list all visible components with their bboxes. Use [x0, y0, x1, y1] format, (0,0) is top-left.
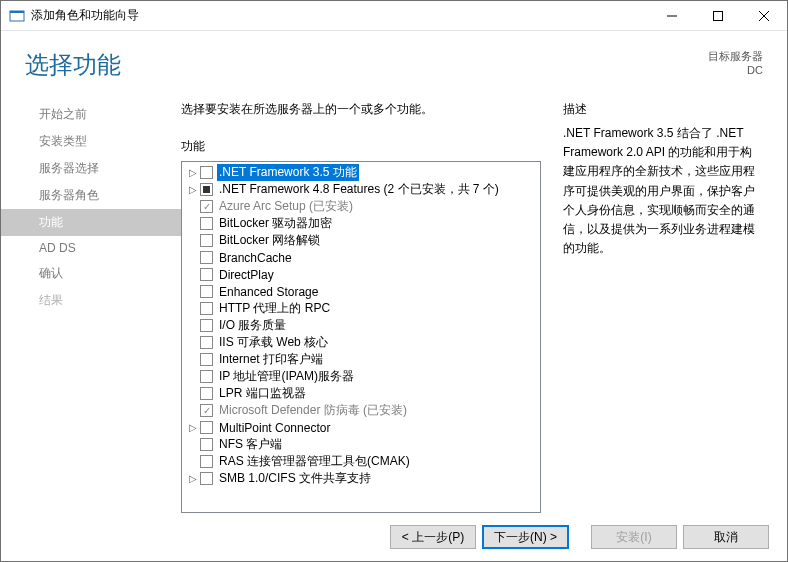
nav-item[interactable]: 服务器角色 — [1, 182, 181, 209]
wizard-nav: 开始之前安装类型服务器选择服务器角色功能AD DS确认结果 — [1, 89, 181, 513]
cancel-button[interactable]: 取消 — [683, 525, 769, 549]
feature-row[interactable]: Microsoft Defender 防病毒 (已安装) — [182, 402, 540, 419]
feature-row[interactable]: RAS 连接管理器管理工具包(CMAK) — [182, 453, 540, 470]
feature-row[interactable]: BitLocker 网络解锁 — [182, 232, 540, 249]
feature-label: BitLocker 驱动器加密 — [217, 215, 334, 232]
feature-row[interactable]: LPR 端口监视器 — [182, 385, 540, 402]
feature-row[interactable]: ▷SMB 1.0/CIFS 文件共享支持 — [182, 470, 540, 487]
feature-label: IIS 可承载 Web 核心 — [217, 334, 330, 351]
feature-label: RAS 连接管理器管理工具包(CMAK) — [217, 453, 412, 470]
feature-label: NFS 客户端 — [217, 436, 284, 453]
feature-label: LPR 端口监视器 — [217, 385, 308, 402]
main-content: 选择要安装在所选服务器上的一个或多个功能。 功能 ▷.NET Framework… — [181, 89, 763, 513]
nav-item[interactable]: 功能 — [1, 209, 181, 236]
titlebar: 添加角色和功能向导 — [1, 1, 787, 31]
expand-icon[interactable]: ▷ — [186, 184, 200, 195]
target-value: DC — [708, 64, 763, 76]
feature-checkbox[interactable] — [200, 353, 213, 366]
next-button[interactable]: 下一步(N) > — [482, 525, 569, 549]
app-icon — [9, 8, 25, 24]
maximize-button[interactable] — [695, 1, 741, 30]
feature-label: SMB 1.0/CIFS 文件共享支持 — [217, 470, 373, 487]
nav-item[interactable]: 服务器选择 — [1, 155, 181, 182]
feature-label: Enhanced Storage — [217, 285, 320, 299]
target-server-info: 目标服务器 DC — [708, 49, 763, 76]
feature-label: Microsoft Defender 防病毒 (已安装) — [217, 402, 409, 419]
feature-checkbox[interactable] — [200, 404, 213, 417]
feature-label: HTTP 代理上的 RPC — [217, 300, 332, 317]
minimize-icon — [667, 11, 677, 21]
instruction-text: 选择要安装在所选服务器上的一个或多个功能。 — [181, 101, 541, 118]
feature-checkbox[interactable] — [200, 438, 213, 451]
expand-icon[interactable]: ▷ — [186, 473, 200, 484]
feature-checkbox[interactable] — [200, 285, 213, 298]
expand-icon[interactable]: ▷ — [186, 422, 200, 433]
description-text: .NET Framework 3.5 结合了 .NET Framework 2.… — [563, 124, 763, 258]
feature-checkbox[interactable] — [200, 251, 213, 264]
svg-rect-3 — [714, 11, 723, 20]
wizard-footer: < 上一步(P) 下一步(N) > 安装(I) 取消 — [1, 513, 787, 561]
feature-checkbox[interactable] — [200, 268, 213, 281]
feature-checkbox[interactable] — [200, 472, 213, 485]
feature-checkbox[interactable] — [200, 387, 213, 400]
feature-label: BitLocker 网络解锁 — [217, 232, 322, 249]
nav-item[interactable]: 安装类型 — [1, 128, 181, 155]
nav-item[interactable]: 开始之前 — [1, 101, 181, 128]
feature-checkbox[interactable] — [200, 183, 213, 196]
feature-label: Internet 打印客户端 — [217, 351, 325, 368]
feature-label: IP 地址管理(IPAM)服务器 — [217, 368, 356, 385]
feature-row[interactable]: ▷.NET Framework 3.5 功能 — [182, 164, 540, 181]
feature-label: I/O 服务质量 — [217, 317, 288, 334]
wizard-window: 添加角色和功能向导 选择功能 目标服务器 DC 开始之前安装类型服务器选择服务器… — [0, 0, 788, 562]
features-column: 选择要安装在所选服务器上的一个或多个功能。 功能 ▷.NET Framework… — [181, 101, 541, 513]
feature-label: Azure Arc Setup (已安装) — [217, 198, 355, 215]
feature-label: BranchCache — [217, 251, 294, 265]
feature-checkbox[interactable] — [200, 421, 213, 434]
feature-checkbox[interactable] — [200, 217, 213, 230]
features-tree[interactable]: ▷.NET Framework 3.5 功能▷.NET Framework 4.… — [181, 161, 541, 513]
nav-item[interactable]: 确认 — [1, 260, 181, 287]
feature-row[interactable]: ▷.NET Framework 4.8 Features (2 个已安装，共 7… — [182, 181, 540, 198]
feature-row[interactable]: HTTP 代理上的 RPC — [182, 300, 540, 317]
feature-label: DirectPlay — [217, 268, 276, 282]
window-title: 添加角色和功能向导 — [31, 7, 649, 24]
feature-row[interactable]: BranchCache — [182, 249, 540, 266]
feature-label: .NET Framework 3.5 功能 — [217, 164, 359, 181]
feature-row[interactable]: Internet 打印客户端 — [182, 351, 540, 368]
feature-label: MultiPoint Connector — [217, 421, 332, 435]
feature-checkbox[interactable] — [200, 234, 213, 247]
close-icon — [759, 11, 769, 21]
feature-row[interactable]: Enhanced Storage — [182, 283, 540, 300]
feature-row[interactable]: BitLocker 驱动器加密 — [182, 215, 540, 232]
feature-row[interactable]: IP 地址管理(IPAM)服务器 — [182, 368, 540, 385]
description-label: 描述 — [563, 101, 763, 118]
feature-row[interactable]: Azure Arc Setup (已安装) — [182, 198, 540, 215]
feature-row[interactable]: IIS 可承载 Web 核心 — [182, 334, 540, 351]
feature-row[interactable]: DirectPlay — [182, 266, 540, 283]
feature-label: .NET Framework 4.8 Features (2 个已安装，共 7 … — [217, 181, 501, 198]
expand-icon[interactable]: ▷ — [186, 167, 200, 178]
feature-checkbox[interactable] — [200, 166, 213, 179]
close-button[interactable] — [741, 1, 787, 30]
page-header: 选择功能 目标服务器 DC — [1, 31, 787, 89]
feature-row[interactable]: ▷MultiPoint Connector — [182, 419, 540, 436]
maximize-icon — [713, 11, 723, 21]
svg-rect-1 — [10, 11, 24, 13]
feature-checkbox[interactable] — [200, 200, 213, 213]
nav-item: 结果 — [1, 287, 181, 314]
target-label: 目标服务器 — [708, 49, 763, 64]
feature-checkbox[interactable] — [200, 319, 213, 332]
feature-checkbox[interactable] — [200, 336, 213, 349]
feature-row[interactable]: NFS 客户端 — [182, 436, 540, 453]
install-button: 安装(I) — [591, 525, 677, 549]
feature-checkbox[interactable] — [200, 302, 213, 315]
previous-button[interactable]: < 上一步(P) — [390, 525, 476, 549]
minimize-button[interactable] — [649, 1, 695, 30]
wizard-body: 开始之前安装类型服务器选择服务器角色功能AD DS确认结果 选择要安装在所选服务… — [1, 89, 787, 513]
description-column: 描述 .NET Framework 3.5 结合了 .NET Framework… — [563, 101, 763, 513]
feature-checkbox[interactable] — [200, 455, 213, 468]
feature-row[interactable]: I/O 服务质量 — [182, 317, 540, 334]
features-list: ▷.NET Framework 3.5 功能▷.NET Framework 4.… — [182, 164, 540, 487]
feature-checkbox[interactable] — [200, 370, 213, 383]
nav-item[interactable]: AD DS — [1, 236, 181, 260]
